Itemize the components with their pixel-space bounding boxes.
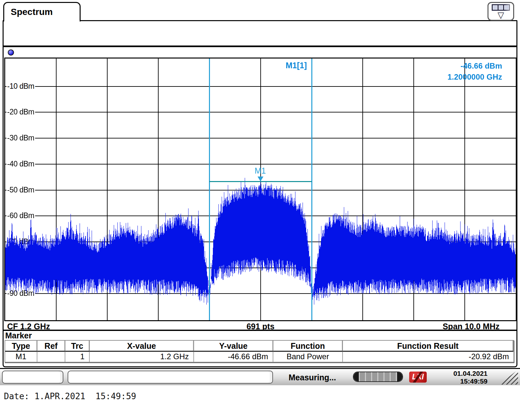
header-separator <box>3 46 517 47</box>
marker-frequency-value: 1.2000000 GHz <box>448 72 502 83</box>
col-header-type: Type <box>5 341 37 352</box>
marker-panel-title: Marker <box>5 331 32 340</box>
status-bar: Measuring... LXI 01.04.2021 15:49:59 <box>0 368 520 385</box>
col-header-function: Function <box>273 341 343 352</box>
marker-row-xvalue[interactable]: 1.2 GHz <box>90 352 194 362</box>
marker-m1-symbol-label[interactable]: M1 <box>255 166 266 175</box>
col-header-trc: Trc <box>65 341 90 352</box>
status-time: 15:49:59 <box>453 377 488 385</box>
hardcopy-date-line: Date: 1.APR.2021 15:49:59 <box>4 391 136 401</box>
sweep-progress-bar <box>353 372 403 382</box>
col-header-function-result: Function Result <box>343 341 514 352</box>
marker-row-function: Band Power <box>273 352 343 362</box>
display-layout-button[interactable]: ▽ <box>488 2 514 21</box>
col-header-yvalue: Y-value <box>194 341 273 352</box>
trace1-led-icon <box>8 49 14 56</box>
marker-level-value: -46.66 dBm <box>448 60 502 72</box>
marker-m1-line-label[interactable]: M1[1] <box>285 61 307 70</box>
col-header-ref: Ref <box>37 341 65 352</box>
marker-row-trc: 1 <box>65 352 90 362</box>
status-field-2[interactable] <box>68 371 273 384</box>
col-header-xvalue: X-value <box>90 341 194 352</box>
marker-panel-separator <box>3 330 517 331</box>
x-axis-info-row: CF 1.2 GHz 691 pts Span 10.0 MHz <box>4 322 517 330</box>
tab-spectrum[interactable]: Spectrum <box>3 2 81 21</box>
resize-grip[interactable] <box>499 370 518 385</box>
marker-row-function-result: -20.92 dBm <box>343 352 514 362</box>
marker-row-type[interactable]: M1 <box>5 352 37 362</box>
marker-row-yvalue: -46.66 dBm <box>194 352 273 362</box>
status-datetime: 01.04.2021 15:49:59 <box>453 370 488 385</box>
measuring-status: Measuring... <box>289 373 336 382</box>
marker-table: Type Ref Trc X-value Y-value Function Fu… <box>5 340 514 362</box>
trace-area[interactable] <box>5 59 516 320</box>
status-date: 01.04.2021 <box>453 370 488 377</box>
marker-readout: -46.66 dBm 1.2000000 GHz <box>448 60 502 83</box>
lxi-logo: LXI <box>409 372 427 383</box>
spectrum-analyzer-screen: Spectrum ▽ Ref Level 0.00 dBm RBW 1 kHz … <box>0 0 520 420</box>
window-bar-icon <box>492 4 510 11</box>
spectrum-graph: -10 dBm-20 dBm-30 dBm-40 dBm-50 dBm-60 d… <box>4 58 517 321</box>
status-field-1[interactable] <box>2 371 63 384</box>
chevron-down-icon: ▽ <box>498 11 504 19</box>
marker-row-ref <box>37 352 65 362</box>
